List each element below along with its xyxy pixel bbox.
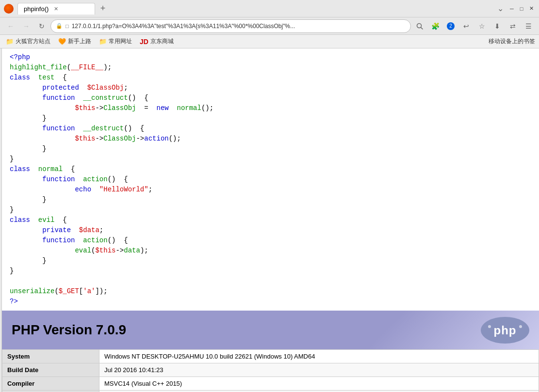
- forward-button[interactable]: →: [19, 19, 33, 33]
- table-row: Compiler MSVC14 (Visual C++ 2015): [2, 377, 539, 391]
- notification-badge: 2: [447, 22, 455, 30]
- bookmark-label-common: 常用网址: [109, 37, 132, 46]
- window-controls: ⌄ ─ □ ✕: [494, 3, 535, 15]
- url-bar[interactable]: 🔒 □ 127.0.0.1/1.php?a=O%3A4%3A"test"%3A1…: [50, 19, 411, 33]
- url-text: 127.0.0.1/1.php?a=O%3A4%3A"test"%3A1%3A{…: [72, 23, 406, 30]
- mobile-bookmarks-label: 移动设备上的书签: [489, 38, 535, 45]
- security-icon: 🔒: [56, 23, 63, 29]
- bookmark-icon-jd: JD: [140, 38, 148, 46]
- maximize-button[interactable]: □: [518, 5, 525, 13]
- php-logo: php: [481, 317, 529, 344]
- bookmark-icon-common: 📁: [99, 38, 107, 45]
- table-key: Build Date: [2, 363, 99, 377]
- phpinfo-section: PHP Version 7.0.9 php Sys: [2, 311, 539, 392]
- phpinfo-title: PHP Version 7.0.9: [12, 322, 126, 338]
- new-tab-button[interactable]: +: [97, 3, 109, 15]
- bookmark-common[interactable]: 📁 常用网址: [97, 36, 134, 47]
- navigation-bar: ← → ↻ 🔒 □ 127.0.0.1/1.php?a=O%3A4%3A"tes…: [0, 17, 539, 35]
- bookmarks-bar: 📁 火狐官方站点 🧡 新手上路 📁 常用网址 JD 京东商城 移动设备上的书签: [0, 35, 539, 48]
- bookmark-jd[interactable]: JD 京东商城: [138, 36, 176, 47]
- search-icon-btn[interactable]: [413, 19, 426, 33]
- bookmark-icon-newuser: 🧡: [58, 38, 66, 45]
- page-content: <?php highlight_file(__FILE__); class te…: [2, 48, 539, 392]
- table-value: Windows NT DESKTOP-U25AHMU 10.0 build 22…: [99, 350, 539, 363]
- bookmark-btn[interactable]: ☆: [475, 19, 489, 33]
- table-value: x64: [99, 391, 539, 392]
- tab-title: phpinfo(): [24, 5, 49, 13]
- bookmark-label-jd: 京东商城: [150, 37, 174, 46]
- download-btn[interactable]: ⬇: [490, 19, 504, 33]
- code-display: <?php highlight_file(__FILE__); class te…: [2, 48, 539, 311]
- table-row: System Windows NT DESKTOP-U25AHMU 10.0 b…: [2, 350, 539, 363]
- title-bar: phpinfo() ✕ + ⌄ ─ □ ✕: [0, 0, 539, 17]
- bookmark-label-newuser: 新手上路: [68, 37, 91, 46]
- svg-point-5: [519, 325, 522, 328]
- table-value: MSVC14 (Visual C++ 2015): [99, 377, 539, 391]
- mobile-bookmarks[interactable]: 移动设备上的书签: [489, 37, 535, 46]
- back-button[interactable]: ←: [4, 19, 17, 33]
- active-tab[interactable]: phpinfo() ✕: [17, 3, 95, 15]
- bookmark-icon-firefox: 📁: [6, 38, 14, 45]
- svg-text:php: php: [494, 324, 517, 337]
- bookmark-firefox[interactable]: 📁 火狐官方站点: [4, 36, 52, 47]
- menu-btn[interactable]: ☰: [522, 19, 535, 33]
- tab-list-button[interactable]: ⌄: [494, 3, 506, 15]
- svg-line-1: [421, 27, 423, 29]
- history-back-btn[interactable]: ↩: [459, 19, 473, 33]
- bookmark-newuser[interactable]: 🧡 新手上路: [56, 36, 93, 47]
- tab-bar: phpinfo() ✕ +: [17, 3, 490, 15]
- page-icon: □: [65, 23, 69, 29]
- content-area: <?php highlight_file(__FILE__); class te…: [0, 48, 539, 392]
- bookmark-label-firefox: 火狐官方站点: [16, 37, 50, 46]
- extensions-icon-btn[interactable]: 🧩: [428, 19, 442, 33]
- badge-icon-btn[interactable]: 2: [444, 19, 457, 33]
- table-value: Jul 20 2016 10:41:23: [99, 363, 539, 377]
- minimize-button[interactable]: ─: [508, 5, 516, 13]
- phpinfo-table: System Windows NT DESKTOP-U25AHMU 10.0 b…: [2, 349, 539, 392]
- nav-toolbar-icons: 🧩 2 ↩ ☆ ⬇ ⇄ ☰: [413, 19, 535, 33]
- refresh-button[interactable]: ↻: [35, 19, 49, 33]
- table-row: Architecture x64: [2, 391, 539, 392]
- close-button[interactable]: ✕: [527, 5, 535, 13]
- table-key: System: [2, 350, 99, 363]
- svg-point-4: [488, 325, 491, 328]
- tab-close-button[interactable]: ✕: [52, 5, 59, 12]
- browser-window: phpinfo() ✕ + ⌄ ─ □ ✕ ← → ↻ 🔒 □ 127.0.0.…: [0, 0, 539, 392]
- sync-btn[interactable]: ⇄: [506, 19, 520, 33]
- table-key: Compiler: [2, 377, 99, 391]
- table-row: Build Date Jul 20 2016 10:41:23: [2, 363, 539, 377]
- firefox-icon: [4, 4, 14, 14]
- table-key: Architecture: [2, 391, 99, 392]
- phpinfo-header: PHP Version 7.0.9 php: [2, 311, 539, 349]
